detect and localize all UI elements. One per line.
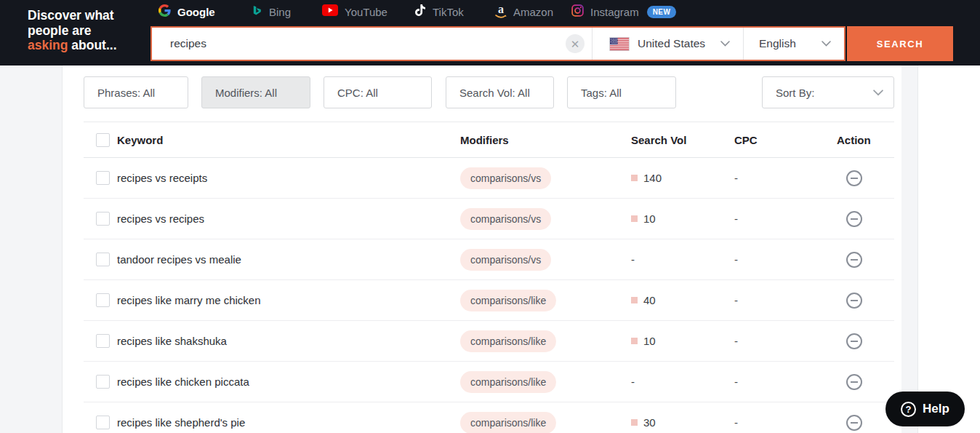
filter-phrases[interactable]: Phrases: All — [84, 76, 188, 108]
cpc-value: - — [734, 335, 837, 347]
tagline-suffix: about... — [68, 38, 116, 52]
tagline-line2: people are — [28, 23, 92, 38]
remove-icon[interactable] — [846, 252, 862, 268]
search-input-wrap: ✕ — [152, 28, 592, 60]
cpc-value: - — [734, 212, 837, 225]
search-vol-value: 30 — [643, 416, 656, 429]
search-vol-square — [631, 419, 638, 426]
modifier-pill: comparisons/vs — [460, 167, 551, 189]
table-row: recipes like marry me chicken comparison… — [84, 280, 894, 321]
keyword-text: recipes like chicken piccata — [117, 376, 460, 388]
keyword-text: recipes like marry me chicken — [117, 294, 460, 306]
keyword-text: tandoor recipes vs mealie — [117, 253, 460, 266]
filter-search-vol[interactable]: Search Vol: All — [446, 76, 554, 108]
search-vol-cell: 40 — [631, 294, 734, 306]
modifier-pill: comparisons/like — [460, 330, 556, 352]
remove-icon[interactable] — [846, 374, 862, 390]
keyword-text: recipes like shepherd's pie — [117, 416, 460, 429]
tab-tiktok[interactable]: TikTok — [414, 3, 464, 20]
modifier-pill: comparisons/like — [460, 371, 556, 393]
column-keyword: Keyword — [117, 134, 460, 146]
table-row: tandoor recipes vs mealie comparisons/vs… — [84, 239, 894, 280]
sort-by-label: Sort By: — [776, 87, 814, 99]
search-vol-value: 140 — [643, 172, 662, 184]
row-checkbox[interactable] — [96, 253, 110, 266]
remove-icon[interactable] — [846, 211, 862, 227]
sort-by-dropdown[interactable]: Sort By: — [762, 76, 894, 108]
tab-amazon-label: Amazon — [513, 6, 553, 18]
tagline: Discover what people are asking about... — [28, 8, 117, 53]
tab-amazon[interactable]: a Amazon — [495, 3, 553, 20]
tab-instagram-label: Instagram — [590, 6, 639, 18]
remove-icon[interactable] — [846, 293, 862, 309]
select-all-checkbox[interactable] — [96, 133, 110, 147]
search-vol-cell: - — [631, 376, 734, 388]
help-label: Help — [923, 402, 949, 416]
search-bar: ✕ — [150, 26, 846, 61]
us-flag-icon — [610, 38, 629, 50]
search-vol-square — [631, 175, 638, 181]
modifier-pill: comparisons/like — [460, 290, 556, 311]
filter-tags[interactable]: Tags: All — [567, 76, 676, 108]
search-vol-value: 10 — [643, 335, 656, 347]
column-action: Action — [837, 134, 894, 146]
main-content: Phrases: All Modifiers: All CPC: All Sea… — [84, 65, 894, 433]
tagline-line1: Discover what — [28, 8, 114, 23]
google-icon — [158, 4, 171, 20]
filter-bar: Phrases: All Modifiers: All CPC: All Sea… — [84, 76, 894, 108]
table-row: recipes vs receipts comparisons/vs 140 - — [84, 158, 894, 199]
search-vol-value: 10 — [643, 212, 656, 225]
search-input[interactable] — [169, 36, 566, 51]
country-label: United States — [638, 37, 705, 50]
chevron-down-icon — [720, 41, 730, 47]
search-button[interactable]: SEARCH — [847, 26, 953, 61]
language-selector[interactable]: English — [743, 28, 844, 60]
amazon-icon: a — [495, 4, 507, 19]
tab-youtube[interactable]: YouTube — [322, 3, 387, 20]
instagram-icon — [571, 4, 584, 20]
search-vol-value: - — [631, 376, 635, 388]
clear-icon[interactable]: ✕ — [566, 34, 585, 53]
row-checkbox[interactable] — [96, 375, 110, 389]
table-row: recipes vs recipes comparisons/vs 10 - — [84, 199, 894, 239]
filter-cpc[interactable]: CPC: All — [324, 76, 432, 108]
new-badge: NEW — [647, 6, 677, 18]
remove-icon[interactable] — [846, 333, 862, 349]
table-header-row: Keyword Modifiers Search Vol CPC Action — [84, 122, 894, 158]
help-button[interactable]: ? Help — [885, 392, 965, 426]
modifier-pill: comparisons/vs — [460, 208, 551, 230]
language-label: English — [759, 37, 796, 50]
column-search-vol: Search Vol — [631, 134, 734, 146]
search-vol-square — [631, 215, 638, 222]
remove-icon[interactable] — [846, 170, 862, 186]
keyword-table: Keyword Modifiers Search Vol CPC Action … — [84, 122, 894, 433]
tab-bing[interactable]: Bing — [252, 3, 291, 20]
tiktok-icon — [414, 4, 426, 20]
table-body: recipes vs receipts comparisons/vs 140 -… — [84, 158, 894, 433]
youtube-icon — [322, 4, 338, 19]
cpc-value: - — [734, 172, 837, 184]
row-checkbox[interactable] — [96, 416, 110, 429]
tab-bing-label: Bing — [269, 6, 291, 18]
search-vol-cell: 10 — [631, 212, 734, 225]
row-checkbox[interactable] — [96, 334, 110, 348]
page: Discover what people are asking about...… — [0, 0, 980, 433]
search-vol-cell: 10 — [631, 335, 734, 347]
table-row: recipes like shepherd's pie comparisons/… — [84, 402, 894, 433]
cpc-value: - — [734, 253, 837, 266]
row-checkbox[interactable] — [96, 212, 110, 226]
tab-instagram[interactable]: Instagram NEW — [571, 3, 676, 20]
chevron-down-icon — [822, 41, 831, 47]
chevron-down-icon — [873, 90, 883, 96]
tab-google[interactable]: Google — [158, 3, 215, 20]
modifier-pill: comparisons/vs — [460, 249, 551, 271]
search-vol-square — [631, 297, 638, 303]
row-checkbox[interactable] — [96, 293, 110, 307]
cpc-value: - — [734, 294, 837, 306]
filter-modifiers[interactable]: Modifiers: All — [201, 76, 310, 108]
remove-icon[interactable] — [846, 415, 862, 431]
row-checkbox[interactable] — [96, 171, 110, 185]
country-selector[interactable]: United States — [592, 28, 743, 60]
cpc-value: - — [734, 416, 837, 429]
right-gutter — [901, 65, 918, 433]
